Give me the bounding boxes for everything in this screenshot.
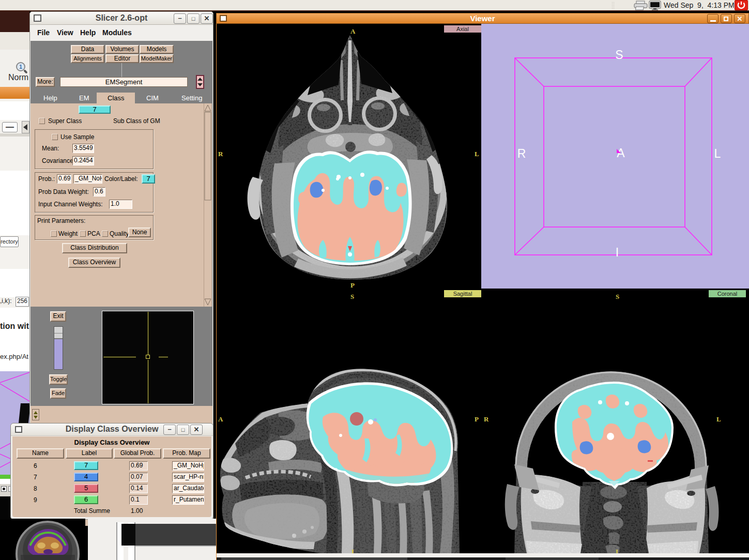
svg-text:L: L [714,147,721,160]
svg-text:S: S [615,48,623,62]
svg-text:R: R [517,147,526,160]
svg-text:1: 1 [19,64,22,70]
svg-text:I: I [616,246,619,259]
